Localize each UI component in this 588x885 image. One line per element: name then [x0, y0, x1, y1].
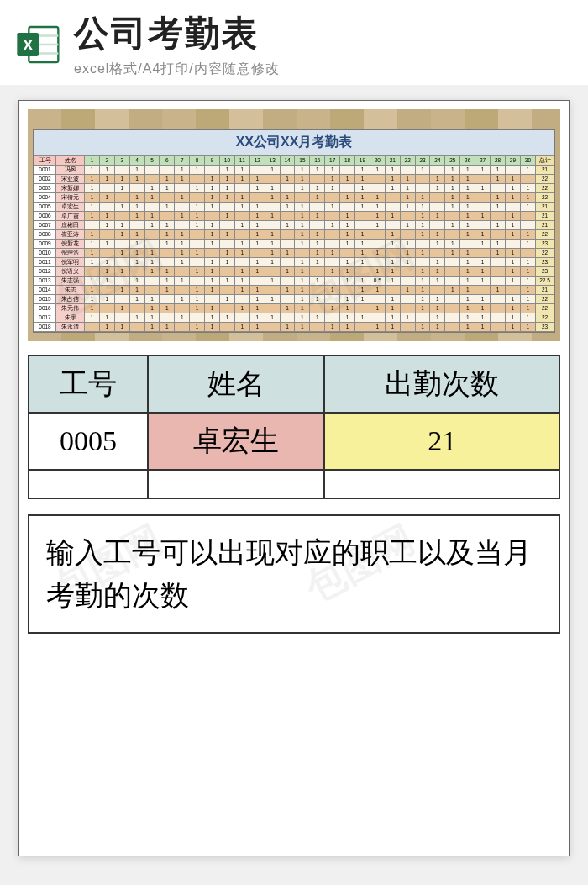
cell-day: 1	[160, 203, 175, 212]
cell-name: 倪理浩	[56, 249, 85, 258]
lookup-empty-cell	[324, 470, 559, 498]
table-row: 0017朱宇1111111111111111111122	[34, 313, 554, 323]
cell-day	[400, 277, 415, 286]
cell-day: 1	[99, 267, 114, 277]
cell-day: 1	[520, 240, 535, 249]
cell-day: 1	[340, 313, 355, 323]
cell-day	[310, 286, 325, 295]
cell-day	[114, 166, 129, 175]
cell-day: 1	[129, 230, 144, 240]
cell-day: 1	[295, 267, 310, 277]
lookup-panel: 工号 姓名 出勤次数 0005 卓宏生 21 输入工号可以出现对应的职工以及当月…	[28, 355, 560, 634]
cell-day	[160, 249, 175, 258]
cell-day: 1	[385, 267, 400, 277]
cell-day: 1	[175, 313, 190, 323]
cell-day: 1	[340, 175, 355, 184]
cell-day: 1	[249, 313, 265, 323]
cell-day: 1	[99, 175, 114, 184]
cell-day: 1	[249, 175, 265, 184]
cell-day: 1	[144, 249, 160, 258]
cell-day	[370, 313, 385, 323]
cell-day	[400, 212, 415, 221]
lookup-id-input[interactable]: 0005	[29, 413, 148, 470]
cell-name: 朱志	[56, 286, 85, 295]
cell-day: 1	[175, 212, 190, 221]
lookup-empty-cell[interactable]	[29, 470, 148, 498]
cell-day: 1	[85, 304, 100, 313]
cell-day	[190, 240, 205, 249]
lookup-header-id: 工号	[29, 356, 148, 413]
cell-day: 1	[505, 221, 520, 230]
cell-total: 22	[536, 175, 554, 184]
cell-day: 1	[415, 193, 430, 203]
cell-day	[520, 212, 535, 221]
cell-day	[295, 193, 310, 203]
cell-day: 1	[340, 323, 355, 332]
cell-name: 冯风	[56, 166, 85, 175]
cell-day: 1	[295, 258, 310, 267]
cell-day: 1	[355, 249, 370, 258]
cell-day: 1	[385, 175, 400, 184]
cell-day	[475, 221, 491, 230]
cell-day: 1	[520, 286, 535, 295]
cell-day	[280, 277, 295, 286]
cell-day: 1	[505, 249, 520, 258]
cell-day: 1	[340, 240, 355, 249]
svg-text:X: X	[23, 36, 34, 54]
cell-day: 1	[160, 240, 175, 249]
cell-day: 1	[175, 166, 190, 175]
cell-day: 1	[205, 175, 220, 184]
cell-day: 1	[190, 249, 205, 258]
instruction-note: 输入工号可以出现对应的职工以及当月考勤的次数	[28, 514, 560, 634]
cell-day: 1	[505, 323, 520, 332]
cell-day	[505, 286, 520, 295]
cell-day: 1	[99, 323, 114, 332]
cell-day: 1	[205, 203, 220, 212]
cell-name: 倪军明	[56, 258, 85, 267]
cell-day	[400, 323, 415, 332]
cell-day: 1	[430, 323, 445, 332]
cell-day: 1	[175, 240, 190, 249]
cell-day	[385, 193, 400, 203]
col-header-day: 5	[144, 156, 160, 166]
cell-day	[129, 267, 144, 277]
col-header-day: 15	[295, 156, 310, 166]
cell-day: 1	[85, 230, 100, 240]
cell-day: 1	[400, 175, 415, 184]
cell-day	[265, 267, 280, 277]
cell-day: 1	[280, 249, 295, 258]
cell-day	[355, 267, 370, 277]
cell-day: 1	[445, 166, 460, 175]
page-title: 公司考勤表	[74, 10, 573, 57]
cell-day: 1	[340, 277, 355, 286]
cell-day: 1	[249, 267, 265, 277]
cell-day: 1	[355, 166, 370, 175]
cell-day: 1	[400, 193, 415, 203]
table-row: 0014朱志111111111111111111121	[34, 286, 554, 295]
cell-day: 1	[430, 184, 445, 193]
cell-day: 1	[475, 277, 491, 286]
cell-day: 1	[325, 323, 340, 332]
cell-day	[175, 267, 190, 277]
lookup-header-count: 出勤次数	[324, 356, 559, 413]
cell-day: 1	[415, 286, 430, 295]
cell-day: 1	[99, 277, 114, 286]
cell-day: 1	[85, 203, 100, 212]
cell-day	[85, 221, 100, 230]
cell-day	[325, 295, 340, 304]
title-block: 公司考勤表 excel格式/A4打印/内容随意修改	[74, 10, 573, 78]
cell-day: 0.5	[370, 277, 385, 286]
cell-day: 1	[385, 323, 400, 332]
cell-name: 卓宏生	[56, 203, 85, 212]
cell-day: 1	[295, 166, 310, 175]
cell-day: 1	[295, 240, 310, 249]
cell-day: 1	[129, 175, 144, 184]
cell-day	[265, 323, 280, 332]
cell-day	[491, 277, 506, 286]
cell-day	[114, 212, 129, 221]
cell-day: 1	[325, 267, 340, 277]
cell-day	[491, 295, 506, 304]
attendance-grid: 工号姓名123456789101112131415161718192021222…	[34, 155, 554, 332]
cell-day	[310, 267, 325, 277]
cell-day: 1	[129, 240, 144, 249]
